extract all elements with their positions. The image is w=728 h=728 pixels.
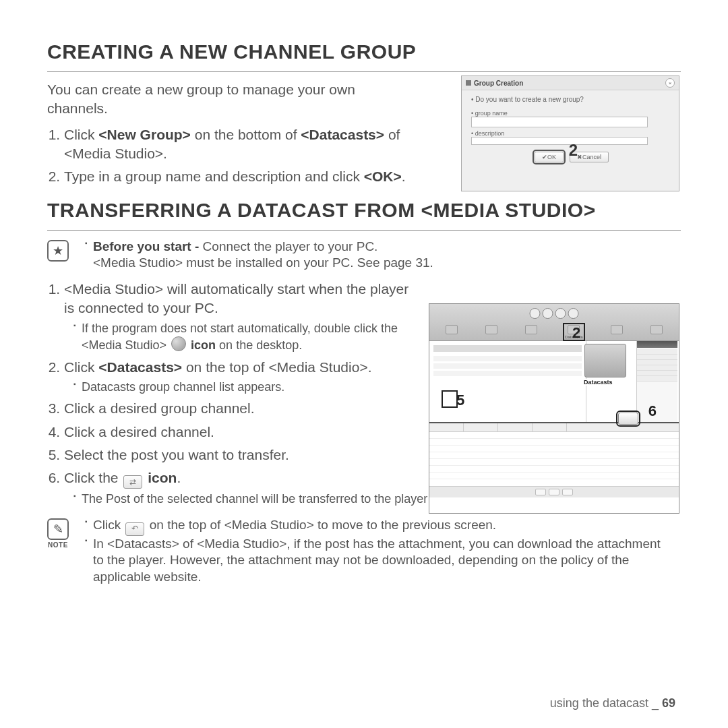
device-panel: [636, 341, 677, 422]
note-block: ✎ NOTE Click ↶ on the top of <Media Stud…: [47, 517, 681, 586]
tstep-4: Click a desired channel.: [64, 423, 421, 442]
t: .: [177, 470, 181, 485]
divider: [47, 230, 681, 231]
media-studio-window: Datacasts Datacasts 2 5 6: [429, 303, 679, 514]
close-icon[interactable]: ×: [665, 78, 675, 88]
description-label: • description: [471, 130, 672, 137]
tstep-1: <Media Studio> will automatically start …: [64, 280, 421, 353]
callout-2: 2: [569, 141, 578, 160]
tstep-5: Select the post you want to transfer.: [64, 446, 421, 464]
tab[interactable]: [446, 325, 458, 339]
dialog-question: • Do you want to create a new group?: [471, 96, 672, 103]
t: <Media Studio> must be installed on your…: [93, 255, 433, 270]
t: icon: [187, 338, 216, 352]
callout-6: 6: [648, 402, 657, 420]
t: <Datacasts>: [301, 127, 384, 142]
tab[interactable]: [650, 325, 663, 339]
create-group-steps: Click <New Group> on the bottom of <Data…: [47, 125, 438, 187]
group-creation-dialog: Group Creation × • Do you want to create…: [461, 75, 679, 191]
t: <New Group>: [98, 127, 191, 142]
t: <Datacasts>: [98, 359, 182, 375]
callout-5-box: [442, 390, 458, 408]
app-square-icon: [466, 80, 471, 86]
note-1: Click ↶ on the top of <Media Studio> to …: [85, 517, 673, 536]
t: <Media Studio> will automatically start …: [64, 281, 408, 315]
t: Click: [93, 518, 124, 532]
star-icon: ★: [47, 240, 69, 262]
tstep-3: Click a desired group channel.: [64, 399, 421, 418]
intro-text: You can create a new group to manage you…: [47, 80, 415, 119]
before-line: Before you start - Connect the player to…: [85, 239, 673, 272]
post-list[interactable]: [429, 423, 679, 497]
step-1: Click <New Group> on the bottom of <Data…: [64, 125, 438, 164]
groupname-input[interactable]: [471, 117, 648, 127]
t: Connect the player to your PC.: [203, 239, 378, 253]
tstep-1-sub: If the program does not start automatica…: [73, 321, 421, 354]
step-2: Type in a group name and description and…: [64, 167, 438, 186]
t: Click: [64, 359, 98, 375]
callout-5: 5: [456, 392, 464, 409]
page-footer: using the datacast _ 69: [550, 696, 675, 710]
t: on the bottom of: [191, 127, 301, 142]
back-icon: ↶: [125, 522, 144, 536]
before-you-start: ★ Before you start - Connect the player …: [47, 239, 681, 272]
divider: [47, 71, 681, 72]
transfer-steps: <Media Studio> will automatically start …: [47, 280, 421, 508]
transfer-icon: ⇄: [123, 475, 142, 489]
heading-transfer: TRANSFERRING A DATACAST FROM <MEDIA STUD…: [47, 199, 681, 222]
tab[interactable]: [611, 325, 623, 339]
dialog-title: Group Creation: [474, 80, 523, 87]
t: on the desktop.: [216, 338, 302, 352]
tab[interactable]: [525, 325, 537, 339]
media-studio-icon: [171, 336, 186, 351]
nav-buttons[interactable]: [530, 308, 579, 319]
datacasts-thumb: [584, 344, 626, 377]
note-2: In <Datacasts> of <Media Studio>, if the…: [85, 536, 673, 586]
groupname-label: • group name: [471, 110, 672, 117]
dialog-titlebar: Group Creation ×: [462, 76, 679, 90]
app-footer: [429, 486, 679, 497]
channel-list[interactable]: [429, 341, 586, 422]
t: Before you start -: [93, 239, 203, 253]
datacasts-label: Datacasts: [583, 379, 613, 386]
t: on the top of <Media Studio> to move to …: [146, 518, 496, 532]
tab[interactable]: [485, 325, 497, 339]
tstep-6: Click the ⇄ icon. The Post of the select…: [64, 468, 421, 507]
note-label: NOTE: [48, 541, 68, 549]
callout-2: 2: [572, 324, 580, 342]
t: on the top of <Media Studio>.: [182, 359, 371, 375]
t: icon: [144, 470, 177, 485]
transfer-button[interactable]: [618, 413, 638, 425]
t: .: [402, 169, 406, 184]
description-input[interactable]: [471, 137, 648, 145]
t: <OK>: [364, 169, 402, 184]
ok-button[interactable]: ✔OK: [535, 152, 564, 162]
tstep-2: Click <Datacasts> on the top of <Media S…: [64, 358, 421, 396]
app-toolbar: Datacasts: [429, 304, 679, 341]
heading-create-group: CREATING A NEW CHANNEL GROUP: [47, 40, 681, 63]
t: Click the: [64, 470, 122, 485]
t: Click: [64, 127, 98, 142]
pencil-icon: ✎: [47, 518, 69, 540]
tstep-2-sub: Datacasts group channel list appears.: [73, 380, 421, 395]
t: Type in a group name and description and…: [64, 169, 364, 184]
